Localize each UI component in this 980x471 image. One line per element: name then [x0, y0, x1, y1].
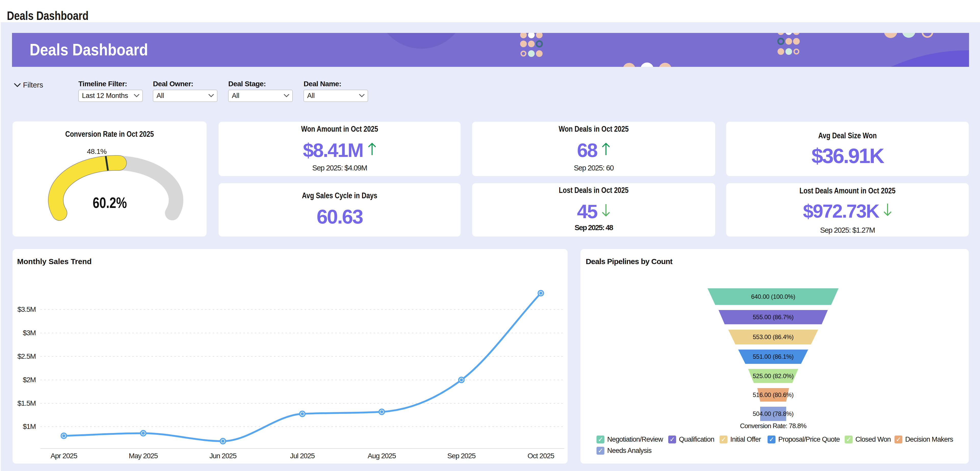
svg-text:553.00 (86.4%): 553.00 (86.4%)	[753, 333, 794, 340]
svg-text:516.00 (80.6%): 516.00 (80.6%)	[753, 392, 794, 398]
svg-text:504.00 (78.8%): 504.00 (78.8%)	[753, 410, 794, 417]
svg-text:555.00 (86.7%): 555.00 (86.7%)	[753, 314, 794, 320]
svg-text:Conversion Rate: 78.8%: Conversion Rate: 78.8%	[740, 422, 807, 430]
svg-text:640.00 (100.0%): 640.00 (100.0%)	[751, 293, 795, 300]
svg-text:525.00 (82.0%): 525.00 (82.0%)	[753, 373, 794, 379]
svg-text:551.00 (86.1%): 551.00 (86.1%)	[753, 353, 794, 360]
